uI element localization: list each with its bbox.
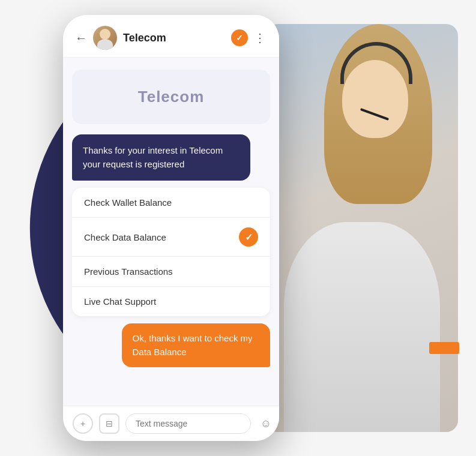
options-card: Check Wallet Balance Check Data Balance … bbox=[72, 188, 270, 316]
avatar bbox=[93, 26, 117, 50]
message-input-bar: + ⊟ ☺ 🎤 bbox=[63, 406, 279, 441]
phone-header: ← Telecom ⋮ bbox=[63, 15, 279, 58]
bot-message-bubble: Thanks for your interest in Telecom your… bbox=[72, 134, 250, 181]
telecom-card-title: Telecom bbox=[138, 88, 205, 106]
option-label-check-wallet: Check Wallet Balance bbox=[84, 197, 172, 208]
option-label-previous-transactions: Previous Transactions bbox=[84, 266, 173, 277]
phone-mockup: ← Telecom ⋮ Telecom Thanks for your inte… bbox=[63, 15, 279, 441]
user-message-bubble: Ok, thanks I want to check my Data Balan… bbox=[122, 323, 271, 367]
bot-message-text: Thanks for your interest in Telecom your… bbox=[83, 145, 223, 169]
user-message-text: Ok, thanks I want to check my Data Balan… bbox=[133, 333, 253, 357]
verified-badge-icon bbox=[231, 29, 248, 46]
telecom-header-card: Telecom bbox=[72, 70, 270, 124]
contact-name: Telecom bbox=[123, 32, 231, 44]
chat-area: Telecom Thanks for your interest in Tele… bbox=[63, 58, 279, 406]
option-previous-transactions[interactable]: Previous Transactions bbox=[72, 257, 270, 287]
message-text-input[interactable] bbox=[125, 413, 251, 434]
option-label-check-data: Check Data Balance bbox=[84, 232, 166, 242]
option-label-live-chat: Live Chat Support bbox=[84, 296, 156, 307]
image-icon: ⊟ bbox=[106, 419, 113, 428]
back-button[interactable]: ← bbox=[75, 31, 87, 45]
image-attachment-button[interactable]: ⊟ bbox=[99, 413, 119, 434]
add-attachment-button[interactable]: + bbox=[73, 413, 93, 434]
option-check-wallet[interactable]: Check Wallet Balance bbox=[72, 188, 270, 218]
emoji-button[interactable]: ☺ bbox=[257, 415, 275, 433]
option-check-data[interactable]: Check Data Balance bbox=[72, 218, 270, 257]
orange-bar-decoration bbox=[429, 342, 459, 354]
agent-body bbox=[284, 222, 440, 432]
emoji-icon: ☺ bbox=[261, 418, 271, 430]
agent-photo bbox=[266, 24, 458, 432]
option-live-chat[interactable]: Live Chat Support bbox=[72, 287, 270, 316]
selected-check-icon bbox=[239, 227, 258, 247]
menu-dots-button[interactable]: ⋮ bbox=[254, 31, 267, 45]
plus-icon: + bbox=[80, 419, 85, 428]
